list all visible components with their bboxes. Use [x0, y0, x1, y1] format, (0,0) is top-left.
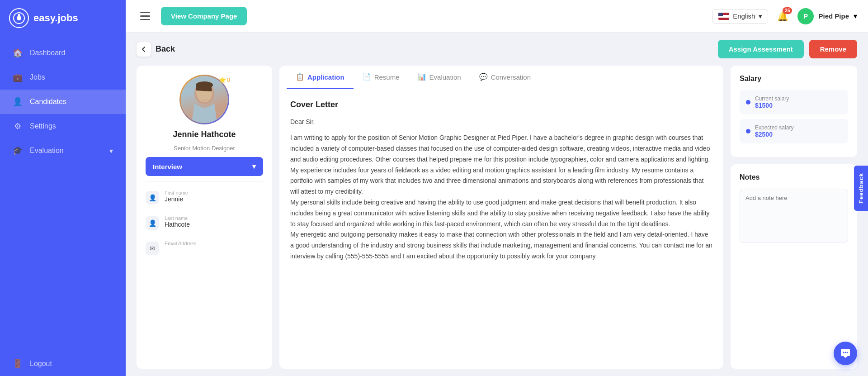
last-name-value: Hathcote	[165, 221, 190, 228]
sidebar-label-evaluation: Evaluation	[30, 147, 64, 155]
first-name-value: Jennie	[165, 195, 188, 203]
sidebar-item-logout[interactable]: 🚪 Logout	[0, 352, 126, 376]
candidate-title: Senior Motion Designer	[174, 145, 235, 152]
sidebar-label-logout: Logout	[30, 360, 52, 368]
evaluation-icon: 🎓	[13, 146, 23, 156]
current-salary-label: Current salary	[755, 95, 789, 102]
dropdown-arrow-icon: ▾	[252, 162, 256, 171]
three-column-layout: ⭐ 0 Jennie Hathcote Senior Motion Design…	[137, 66, 857, 369]
logo-area: easy.jobs	[0, 0, 126, 36]
jobs-icon: 💼	[13, 72, 23, 82]
assign-assessment-button[interactable]: Assign Assessment	[718, 40, 804, 58]
chat-bubble-button[interactable]	[834, 342, 857, 365]
evaluation-tab-label: Evaluation	[429, 73, 461, 81]
salary-card: Salary Current salary $1500 Expected sal…	[731, 66, 857, 157]
svg-point-1	[17, 16, 21, 20]
svg-point-2	[18, 14, 20, 16]
topbar-right: English ▾ 🔔 25 P Pied Pipe ▾	[712, 8, 857, 24]
sidebar-item-candidates[interactable]: 👤 Candidates	[0, 90, 126, 114]
chevron-down-icon: ▾	[109, 147, 113, 155]
email-label: Email Address	[165, 241, 196, 246]
back-label: Back	[156, 44, 175, 54]
notes-title: Notes	[740, 173, 848, 181]
notification-bell[interactable]: 🔔 25	[777, 11, 788, 22]
person-icon: 👤	[146, 191, 159, 205]
notes-textarea[interactable]	[740, 189, 848, 243]
user-menu[interactable]: P Pied Pipe ▾	[797, 8, 857, 24]
back-button[interactable]: Back	[137, 42, 175, 57]
tab-content: Cover Letter Dear Sir, I am writing to a…	[279, 89, 723, 369]
hamburger-button[interactable]	[137, 9, 154, 24]
hamburger-line-3	[140, 19, 150, 20]
tab-application[interactable]: 📋 Application	[287, 66, 354, 89]
feedback-tab[interactable]: Feedback	[854, 166, 868, 211]
conversation-tab-label: Conversation	[491, 73, 531, 81]
sidebar: easy.jobs 🏠 Dashboard 💼 Jobs 👤 Candidate…	[0, 0, 126, 376]
current-salary-dot	[746, 100, 750, 105]
sidebar-item-jobs[interactable]: 💼 Jobs	[0, 65, 126, 90]
notes-card: Notes	[731, 164, 857, 369]
cover-letter-greeting: Dear Sir, I am writing to apply for the …	[290, 117, 712, 262]
candidates-icon: 👤	[13, 97, 23, 107]
divider	[146, 181, 263, 182]
evaluation-tab-icon: 📊	[418, 73, 426, 81]
svg-point-8	[847, 352, 848, 353]
candidate-name: Jennie Hathcote	[173, 130, 236, 139]
sidebar-label-settings: Settings	[30, 122, 56, 130]
svg-point-7	[845, 352, 846, 353]
current-salary-value: $1500	[755, 102, 789, 109]
settings-icon: ⚙	[13, 121, 23, 131]
sidebar-item-dashboard[interactable]: 🏠 Dashboard	[0, 41, 126, 65]
page-content: Back Assign Assessment Remove	[126, 33, 868, 376]
resume-tab-label: Resume	[374, 73, 400, 81]
cover-letter-title: Cover Letter	[290, 100, 712, 109]
first-name-label: First name	[165, 190, 188, 195]
last-name-label: Last name	[165, 215, 190, 221]
remove-button[interactable]: Remove	[809, 40, 857, 58]
logo-icon	[9, 8, 29, 28]
language-selector[interactable]: English ▾	[712, 9, 768, 24]
sidebar-nav: 🏠 Dashboard 💼 Jobs 👤 Candidates ⚙ Settin…	[0, 41, 126, 376]
conversation-tab-icon: 💬	[479, 73, 488, 81]
back-arrow-icon	[137, 42, 151, 57]
candidate-panel: ⭐ 0 Jennie Hathcote Senior Motion Design…	[137, 66, 272, 369]
expected-salary-label: Expected salary	[755, 124, 793, 131]
action-bar: Back Assign Assessment Remove	[137, 40, 857, 58]
email-icon: ✉	[146, 242, 159, 255]
hamburger-line-1	[140, 12, 150, 14]
sidebar-label-jobs: Jobs	[30, 73, 45, 81]
flag-icon	[718, 13, 729, 20]
notification-badge: 25	[783, 7, 792, 14]
tab-resume[interactable]: 📄 Resume	[354, 66, 409, 89]
sidebar-label-dashboard: Dashboard	[30, 49, 65, 57]
view-company-button[interactable]: View Company Page	[161, 7, 247, 25]
salary-title: Salary	[740, 75, 848, 83]
logout-icon: 🚪	[13, 359, 23, 369]
expected-salary-item: Expected salary $2500	[740, 119, 848, 143]
email-field: ✉ Email Address	[146, 238, 263, 258]
topbar: View Company Page English ▾ 🔔 25 P Pied …	[126, 0, 868, 33]
tab-conversation[interactable]: 💬 Conversation	[470, 66, 540, 89]
logo-text: easy.jobs	[33, 12, 78, 24]
sidebar-item-evaluation[interactable]: 🎓 Evaluation ▾	[0, 138, 126, 163]
action-buttons: Assign Assessment Remove	[718, 40, 857, 58]
candidate-avatar-wrap: ⭐ 0	[179, 75, 229, 124]
expected-salary-value: $2500	[755, 131, 793, 138]
lang-chevron-icon: ▾	[759, 12, 762, 20]
user-chevron-icon: ▾	[854, 12, 857, 20]
right-panel: Salary Current salary $1500 Expected sal…	[731, 66, 857, 369]
home-icon: 🏠	[13, 48, 23, 58]
cover-letter-text: I am writing to apply for the position o…	[290, 133, 712, 262]
tab-evaluation[interactable]: 📊 Evaluation	[409, 66, 470, 89]
user-name: Pied Pipe	[818, 12, 849, 20]
person-icon-2: 👤	[146, 216, 159, 230]
sidebar-item-settings[interactable]: ⚙ Settings	[0, 114, 126, 138]
last-name-field: 👤 Last name Hathcote	[146, 213, 263, 233]
hamburger-line-2	[140, 15, 150, 17]
status-dropdown[interactable]: Interview ▾	[146, 157, 263, 176]
current-salary-item: Current salary $1500	[740, 90, 848, 114]
greeting: Dear Sir,	[290, 117, 712, 128]
resume-tab-icon: 📄	[363, 73, 371, 81]
svg-point-6	[843, 352, 844, 353]
tabs-bar: 📋 Application 📄 Resume 📊 Evaluation 💬 Co…	[279, 66, 723, 89]
